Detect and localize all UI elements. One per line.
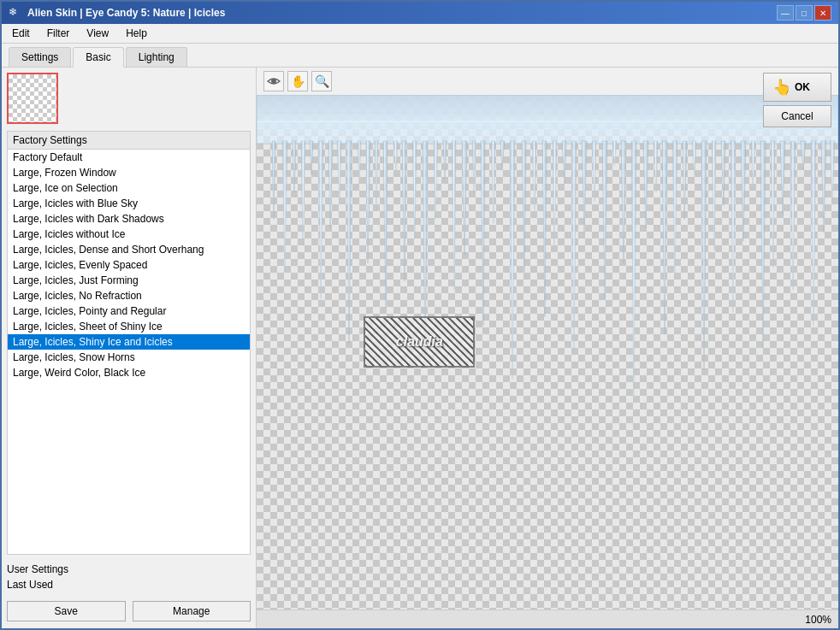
finger-icon: 👆 [772,78,791,97]
svg-marker-12 [346,141,352,344]
svg-marker-50 [721,141,725,206]
svg-marker-28 [500,141,505,166]
eye-tool-icon[interactable] [263,71,284,91]
title-controls: — □ ✕ [777,5,831,21]
svg-marker-17 [393,141,398,170]
menu-filter[interactable]: Filter [40,26,77,41]
main-window: ❄ Alien Skin | Eye Candy 5: Nature | Ici… [0,0,840,630]
svg-marker-45 [672,141,677,273]
minimize-button[interactable]: — [777,5,794,21]
preview-thumbnail [7,73,58,124]
svg-marker-57 [790,141,796,290]
svg-marker-51 [731,141,736,312]
svg-marker-25 [472,141,476,192]
status-bar: 100% [257,609,838,628]
ok-button[interactable]: 👆 OK [763,73,831,102]
maximize-button[interactable]: □ [796,5,813,21]
list-item[interactable]: Large, Icicles, Dense and Short Overhang [8,242,250,257]
manage-button[interactable]: Manage [133,601,251,621]
svg-marker-39 [612,141,617,166]
list-item[interactable]: Large, Icicles with Blue Sky [8,196,250,211]
menu-edit[interactable]: Edit [5,26,37,41]
svg-marker-5 [282,141,287,273]
svg-marker-34 [562,141,566,184]
svg-marker-29 [510,141,515,379]
svg-marker-35 [571,141,577,352]
tab-basic[interactable]: Basic [73,47,123,68]
svg-marker-15 [375,141,378,210]
svg-marker-48 [701,141,707,370]
tab-settings[interactable]: Settings [9,47,71,67]
tab-lighting[interactable]: Lighting [126,47,187,67]
list-item[interactable]: Large, Frozen Window [8,165,250,180]
svg-marker-59 [811,141,816,326]
zoom-tool-icon[interactable]: 🔍 [311,71,332,91]
title-bar-left: ❄ Alien Skin | Eye Candy 5: Nature | Ici… [9,6,225,20]
svg-marker-43 [654,141,658,192]
preview-area[interactable]: claudia [257,95,838,609]
list-item[interactable]: Large, Icicles, Sheet of Shiny Ice [8,319,250,334]
window-title: Alien Skin | Eye Candy 5: Nature | Icicl… [27,7,225,19]
list-item[interactable]: Large, Weird Color, Black Ice [8,365,250,380]
svg-marker-30 [522,141,526,273]
svg-marker-37 [592,141,596,202]
menu-help[interactable]: Help [119,26,154,41]
svg-marker-11 [337,141,341,202]
svg-marker-10 [328,141,333,228]
cancel-button[interactable]: Cancel [763,105,831,127]
list-item[interactable]: Large, Icicles, Just Forming [8,273,250,288]
list-item[interactable]: Factory Default [8,150,250,165]
svg-marker-19 [412,141,417,237]
svg-marker-40 [621,141,626,263]
list-item[interactable]: Large, Icicles, Evenly Spaced [8,257,250,273]
menu-bar: Edit Filter View Help [2,24,838,44]
svg-marker-56 [780,141,785,215]
left-panel: Factory Settings Factory Default Large, … [2,68,257,628]
bottom-buttons: Save Manage [7,596,251,623]
svg-marker-27 [491,141,495,224]
svg-marker-21 [434,141,438,219]
svg-marker-33 [553,141,557,245]
svg-marker-31 [532,141,536,210]
main-content: Factory Settings Factory Default Large, … [2,68,838,628]
svg-marker-55 [771,141,775,268]
list-item[interactable]: Large, Icicles, No Refraction [8,288,250,303]
svg-rect-1 [257,95,838,144]
settings-list[interactable]: Factory Default Large, Frozen Window Lar… [8,150,250,554]
last-used-label[interactable]: Last Used [7,577,251,592]
ok-cancel-group: 👆 OK Cancel [763,73,831,127]
app-icon: ❄ [9,6,22,20]
svg-marker-49 [712,141,716,250]
svg-marker-46 [683,141,687,219]
svg-marker-44 [662,141,667,334]
svg-marker-6 [293,141,296,192]
right-panel: 👆 OK Cancel ✋ 🔍 [257,68,838,628]
list-item-selected[interactable]: Large, Icicles, Shiny Ice and Icicles [8,334,250,350]
ok-label: OK [795,81,810,93]
svg-marker-9 [318,141,323,299]
settings-group: Factory Settings Factory Default Large, … [7,131,251,555]
svg-marker-38 [602,141,607,299]
save-button[interactable]: Save [7,601,126,621]
menu-view[interactable]: View [80,26,115,41]
svg-marker-61 [830,141,835,202]
list-item[interactable]: Large, Ice on Selection [8,180,250,196]
hand-tool-icon[interactable]: ✋ [287,71,308,91]
settings-group-header: Factory Settings [8,132,250,150]
svg-marker-14 [366,141,370,263]
svg-marker-13 [358,141,361,184]
title-bar: ❄ Alien Skin | Eye Candy 5: Nature | Ici… [2,2,838,24]
svg-marker-47 [692,141,696,174]
list-item[interactable]: Large, Icicles, Pointy and Regular [8,303,250,319]
list-item[interactable]: Large, Icicles with Dark Shadows [8,211,250,227]
user-settings-label[interactable]: User Settings [7,562,251,577]
svg-marker-41 [631,141,636,397]
svg-marker-16 [383,141,387,308]
toolbar-icons: ✋ 🔍 [257,68,838,95]
user-settings-section: User Settings Last Used [7,562,251,592]
svg-marker-7 [301,141,305,245]
list-item[interactable]: Large, Icicles without Ice [8,227,250,242]
close-button[interactable]: ✕ [814,5,831,21]
list-item[interactable]: Large, Icicles, Snow Horns [8,350,250,365]
svg-marker-42 [643,141,648,228]
